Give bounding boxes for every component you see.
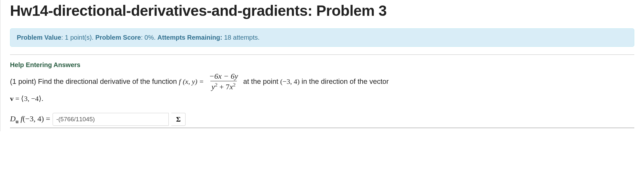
answer-label: Du f(−3, 4) = xyxy=(10,113,50,125)
fraction-denominator: y2 + 7x2 xyxy=(210,81,237,91)
answer-input[interactable] xyxy=(53,113,169,126)
func-f: f xyxy=(179,76,181,87)
label-problem-score: Problem Score xyxy=(95,34,141,41)
problem-value: 1 point(s). xyxy=(65,34,94,41)
fraction: −6x − 6y y2 + 7x2 xyxy=(208,72,239,91)
problem-score: 0%. xyxy=(145,34,156,41)
equation-editor-button[interactable]: Σ xyxy=(171,113,186,126)
attempts-remaining: 18 attempts. xyxy=(224,34,259,41)
bottom-divider xyxy=(10,128,634,128)
divider xyxy=(10,54,634,55)
problem-mid: at the point xyxy=(243,76,278,87)
label-problem-value: Problem Value xyxy=(17,34,61,41)
vector-value: = ⟨3, −4⟩. xyxy=(14,94,43,103)
func-args: (x, y) = xyxy=(183,76,204,87)
answer-row: Du f(−3, 4) = Σ xyxy=(10,113,634,126)
label-attempts-remaining: Attempts Remaining: xyxy=(157,34,222,41)
vector-v: v xyxy=(10,94,14,103)
sigma-icon: Σ xyxy=(176,115,181,124)
page-title: Hw14-directional-derivatives-and-gradien… xyxy=(10,2,634,19)
fraction-numerator: −6x − 6y xyxy=(208,72,239,81)
point: (−3, 4) xyxy=(280,76,300,87)
help-entering-answers-link[interactable]: Help Entering Answers xyxy=(10,61,80,69)
problem-statement: (1 point) Find the directional derivativ… xyxy=(10,72,634,126)
problem-suffix: in the direction of the vector xyxy=(302,76,389,87)
problem-prefix: (1 point) Find the directional derivativ… xyxy=(10,76,177,87)
problem-status-alert: Problem Value: 1 point(s). Problem Score… xyxy=(10,28,634,47)
